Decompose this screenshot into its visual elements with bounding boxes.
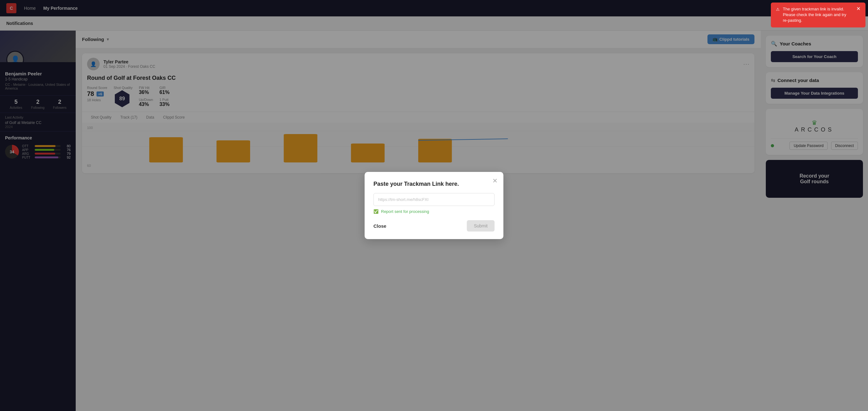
- success-message: ✅ Report sent for processing: [373, 209, 495, 214]
- trackman-link-input[interactable]: [373, 193, 495, 206]
- modal-overlay[interactable]: Paste your Trackman Link here. ✕ ✅ Repor…: [0, 0, 868, 411]
- trackman-modal: Paste your Trackman Link here. ✕ ✅ Repor…: [365, 172, 503, 239]
- modal-footer: Close Submit: [373, 220, 495, 231]
- toast-close-icon[interactable]: ✕: [856, 6, 861, 11]
- modal-submit-button[interactable]: Submit: [467, 220, 495, 231]
- modal-close-button[interactable]: Close: [373, 223, 386, 229]
- modal-title: Paste your Trackman Link here.: [373, 181, 495, 187]
- error-toast: ⚠ The given trackman link is invalid. Pl…: [771, 2, 866, 27]
- toast-message: The given trackman link is invalid. Plea…: [783, 6, 851, 24]
- check-circle-icon: ✅: [373, 209, 378, 214]
- modal-close-icon[interactable]: ✕: [492, 177, 498, 185]
- warning-icon: ⚠: [776, 7, 780, 12]
